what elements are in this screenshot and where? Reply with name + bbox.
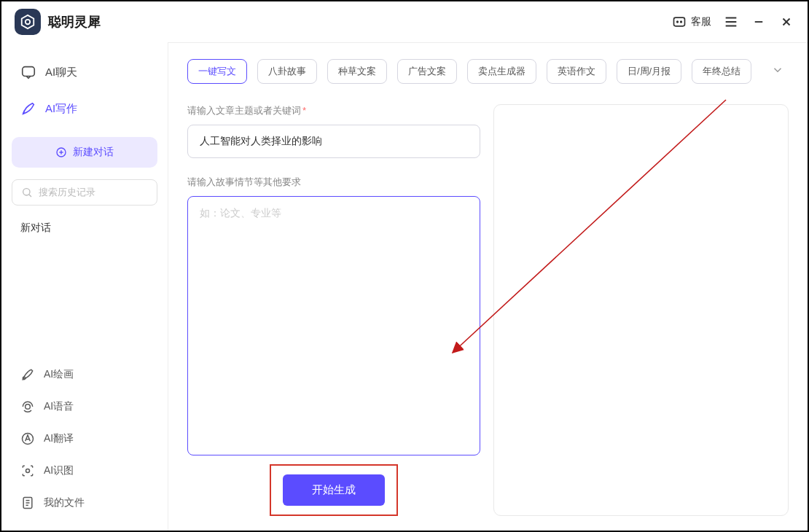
- translate-label: AI翻译: [44, 432, 74, 445]
- svg-point-20: [26, 469, 30, 473]
- topic-input[interactable]: [187, 125, 480, 158]
- minimize-icon: [752, 15, 765, 28]
- tab-5[interactable]: 英语作文: [547, 59, 606, 84]
- ocr-icon: [20, 463, 35, 478]
- sidebar-spacer: [9, 245, 160, 359]
- titlebar: 聪明灵犀 客服: [1, 1, 808, 42]
- svg-point-3: [677, 21, 679, 23]
- requirements-label: 请输入故事情节等其他要求: [187, 176, 480, 189]
- menu-icon: [723, 14, 739, 30]
- translate-icon: [20, 431, 35, 446]
- chat-icon: [20, 64, 36, 80]
- search-input[interactable]: 搜索历史记录: [12, 179, 157, 206]
- app-logo: [15, 9, 41, 35]
- svg-rect-11: [23, 67, 35, 77]
- svg-rect-2: [674, 17, 685, 26]
- sidebar-tool-ocr[interactable]: AI识图: [9, 455, 160, 487]
- tab-2[interactable]: 种草文案: [327, 59, 387, 84]
- support-label: 客服: [691, 15, 711, 28]
- chat-label: AI聊天: [45, 66, 77, 79]
- titlebar-left: 聪明灵犀: [15, 9, 101, 35]
- files-label: 我的文件: [44, 496, 85, 509]
- minimize-button[interactable]: [751, 14, 767, 30]
- support-button[interactable]: 客服: [672, 15, 711, 29]
- svg-point-17: [23, 377, 25, 379]
- tab-3[interactable]: 广告文案: [397, 59, 457, 84]
- svg-point-18: [26, 404, 31, 410]
- voice-icon: [20, 399, 35, 414]
- new-chat-button[interactable]: 新建对话: [12, 137, 157, 168]
- files-icon: [20, 496, 35, 510]
- close-icon: [780, 15, 793, 28]
- output-panel: [493, 104, 789, 516]
- new-chat-label: 新建对话: [73, 146, 114, 159]
- sidebar: AI聊天 AI写作 新建对话 搜索历史记录 新对话 AI绘画 AI语音 AI翻译: [1, 42, 168, 531]
- write-icon: [20, 101, 36, 117]
- tab-1[interactable]: 八卦故事: [257, 59, 317, 84]
- titlebar-right: 客服: [672, 14, 794, 30]
- tab-7[interactable]: 年终总结: [692, 59, 751, 84]
- content-row: 请输入文章主题或者关键词* 请输入故事情节等其他要求 开始生成: [187, 104, 789, 516]
- search-icon: [21, 187, 33, 198]
- history-item[interactable]: 新对话: [9, 211, 160, 245]
- svg-marker-0: [22, 15, 34, 28]
- tab-6[interactable]: 日/周/月报: [617, 59, 681, 84]
- svg-line-16: [29, 195, 31, 197]
- svg-point-1: [26, 19, 30, 23]
- topic-label: 请输入文章主题或者关键词*: [187, 104, 480, 117]
- app-title: 聪明灵犀: [48, 13, 101, 31]
- generate-highlight-box: 开始生成: [270, 464, 398, 516]
- sidebar-item-write[interactable]: AI写作: [9, 90, 160, 127]
- sidebar-tool-voice[interactable]: AI语音: [9, 391, 160, 423]
- input-column: 请输入文章主题或者关键词* 请输入故事情节等其他要求 开始生成: [187, 104, 480, 516]
- tab-expand-button[interactable]: [767, 59, 789, 84]
- tab-row: 一键写文 八卦故事 种草文案 广告文案 卖点生成器 英语作文 日/周/月报 年终…: [187, 59, 789, 84]
- paint-label: AI绘画: [44, 368, 74, 381]
- sidebar-tool-paint[interactable]: AI绘画: [9, 359, 160, 391]
- sidebar-tool-files[interactable]: 我的文件: [9, 487, 160, 519]
- ocr-label: AI识图: [44, 464, 74, 477]
- menu-button[interactable]: [723, 14, 739, 30]
- close-button[interactable]: [778, 14, 794, 30]
- generate-button[interactable]: 开始生成: [283, 474, 385, 506]
- voice-label: AI语音: [44, 400, 74, 413]
- main: 一键写文 八卦故事 种草文案 广告文案 卖点生成器 英语作文 日/周/月报 年终…: [168, 42, 808, 531]
- svg-point-15: [23, 189, 30, 195]
- required-mark: *: [302, 105, 306, 116]
- support-icon: [672, 15, 687, 29]
- paint-icon: [20, 367, 35, 382]
- tab-4[interactable]: 卖点生成器: [467, 59, 536, 84]
- write-label: AI写作: [45, 102, 77, 116]
- sidebar-tool-translate[interactable]: AI翻译: [9, 423, 160, 455]
- requirements-textarea[interactable]: [187, 196, 480, 455]
- tab-0[interactable]: 一键写文: [187, 59, 247, 84]
- plus-circle-icon: [55, 146, 67, 158]
- search-placeholder: 搜索历史记录: [39, 186, 95, 199]
- layout: AI聊天 AI写作 新建对话 搜索历史记录 新对话 AI绘画 AI语音 AI翻译: [1, 42, 808, 531]
- sidebar-item-chat[interactable]: AI聊天: [9, 54, 160, 90]
- svg-point-4: [681, 21, 682, 23]
- chevron-down-icon: [771, 63, 784, 77]
- generate-wrap: 开始生成: [187, 464, 480, 516]
